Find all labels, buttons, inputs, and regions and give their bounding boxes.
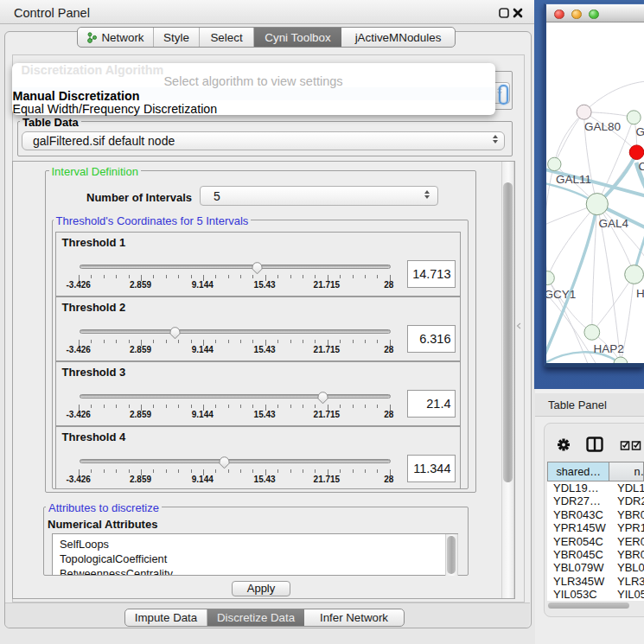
svg-text:GAL11: GAL11 (556, 173, 591, 186)
svg-text:GA: GA (636, 125, 644, 138)
svg-text:GAL4: GAL4 (599, 217, 629, 230)
svg-text:C: C (639, 160, 644, 173)
svg-text:H: H (636, 287, 644, 300)
svg-text:GCY1: GCY1 (546, 288, 576, 301)
svg-text:GAL80: GAL80 (584, 120, 621, 133)
svg-text:HAP2: HAP2 (594, 342, 624, 355)
